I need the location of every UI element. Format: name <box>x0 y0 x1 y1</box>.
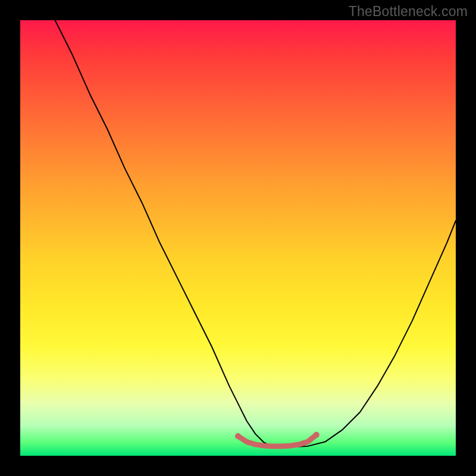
curve-path <box>55 20 456 447</box>
marker-flat-right-end <box>314 432 320 438</box>
marker-flat-left-end <box>235 433 241 439</box>
markers-group <box>235 432 320 439</box>
chart-plot-area <box>20 20 456 456</box>
chart-frame: TheBottleneck.com <box>0 0 476 476</box>
curve-line <box>55 20 456 447</box>
flat-segment-path <box>238 435 317 446</box>
watermark-text: TheBottleneck.com <box>349 4 468 20</box>
chart-svg <box>20 20 456 456</box>
flat-segment-line <box>238 435 317 446</box>
